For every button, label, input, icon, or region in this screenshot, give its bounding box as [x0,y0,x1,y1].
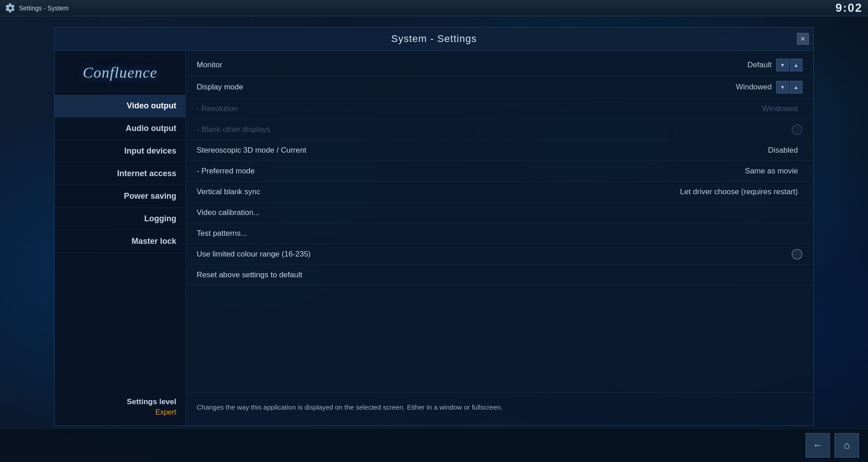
dialog-titlebar: System - Settings ✕ [55,28,813,51]
sidebar: Confluence Video output Audio output Inp… [55,51,186,425]
setting-row-colour-range[interactable]: Use limited colour range (16-235) [186,244,813,265]
confluence-logo: Confluence [64,64,176,81]
sidebar-item-audio-output[interactable]: Audio output [55,117,185,140]
sidebar-item-internet-access[interactable]: Internet access [55,163,185,185]
sidebar-item-power-saving-label: Power saving [124,191,176,201]
setting-label-stereoscopic: Stereoscopic 3D mode / Current [197,146,768,155]
settings-level-value: Expert [64,408,176,416]
settings-dialog: System - Settings ✕ Confluence Video out… [54,27,814,426]
back-icon: ← [813,439,823,451]
sidebar-item-audio-output-label: Audio output [126,124,176,133]
setting-row-test-patterns[interactable]: Test patterns... [186,223,813,244]
setting-row-vblank-sync[interactable]: Vertical blank sync Let driver choose (r… [186,182,813,202]
titlebar-left: Settings - System [5,3,69,13]
sidebar-settings-level: Settings level Expert [55,388,185,425]
sidebar-item-video-output[interactable]: Video output [55,95,185,117]
description-box: Changes the way this application is disp… [186,392,813,422]
dialog-title: System - Settings [391,33,476,45]
logo-text: Confluence [83,64,157,81]
sidebar-item-internet-access-label: Internet access [117,169,176,178]
monitor-dropdown-controls: ▼ ▲ [776,59,802,71]
gear-icon [5,3,15,13]
setting-label-vblank-sync: Vertical blank sync [197,187,680,196]
dialog-body: Confluence Video output Audio output Inp… [55,51,813,425]
sidebar-item-logging[interactable]: Logging [55,208,185,230]
sidebar-item-power-saving[interactable]: Power saving [55,185,185,208]
sidebar-item-master-lock-label: Master lock [132,237,176,246]
blank-displays-toggle [792,124,802,135]
colour-range-toggle[interactable] [792,249,802,260]
display-mode-down-button[interactable]: ▼ [776,81,789,93]
setting-row-blank-displays: - Blank other displays [186,119,813,140]
home-button[interactable]: ⌂ [835,433,859,457]
setting-value-display-mode: Windowed [736,83,772,92]
monitor-down-button[interactable]: ▼ [776,59,789,71]
setting-label-resolution: - Resolution [197,104,762,113]
sidebar-item-input-devices[interactable]: Input devices [55,140,185,163]
monitor-up-button[interactable]: ▲ [790,59,802,71]
setting-label-preferred-mode: - Preferred mode [197,167,745,176]
setting-label-test-patterns: Test patterns... [197,229,802,238]
content-area: Monitor Default ▼ ▲ Display mode Windowe… [186,51,813,425]
bottom-toolbar: ← ⌂ [0,428,868,462]
setting-row-reset[interactable]: Reset above settings to default [186,265,813,285]
display-mode-dropdown-controls: ▼ ▲ [776,81,802,93]
setting-label-display-mode: Display mode [197,83,736,92]
sidebar-nav: Video output Audio output Input devices … [55,95,185,388]
back-button[interactable]: ← [806,433,830,457]
sidebar-item-input-devices-label: Input devices [124,146,176,155]
sidebar-item-master-lock[interactable]: Master lock [55,230,185,253]
setting-value-vblank-sync: Let driver choose (requires restart) [680,187,798,196]
description-text: Changes the way this application is disp… [197,402,802,413]
setting-row-resolution: - Resolution Windowed [186,98,813,119]
setting-label-reset: Reset above settings to default [197,271,802,280]
setting-value-preferred-mode: Same as movie [745,167,798,176]
setting-row-preferred-mode[interactable]: - Preferred mode Same as movie [186,161,813,182]
setting-row-display-mode[interactable]: Display mode Windowed ▼ ▲ [186,76,813,98]
home-icon: ⌂ [844,439,849,451]
setting-value-resolution: Windowed [762,104,798,113]
sidebar-logo-area: Confluence [55,60,185,95]
setting-label-video-calibration: Video calibration... [197,208,802,217]
sidebar-item-logging-label: Logging [144,214,176,223]
setting-row-monitor[interactable]: Monitor Default ▼ ▲ [186,54,813,76]
setting-row-video-calibration[interactable]: Video calibration... [186,202,813,223]
setting-label-blank-displays: - Blank other displays [197,125,792,134]
settings-level-label: Settings level [64,397,176,406]
setting-value-monitor: Default [747,61,772,70]
titlebar: Settings - System 9:02 [0,0,868,16]
setting-value-stereoscopic: Disabled [768,146,798,155]
sidebar-item-video-output-label: Video output [127,101,176,110]
titlebar-clock: 9:02 [835,1,863,15]
display-mode-up-button[interactable]: ▲ [790,81,802,93]
setting-label-colour-range: Use limited colour range (16-235) [197,250,792,259]
titlebar-title: Settings - System [19,5,69,12]
dialog-close-button[interactable]: ✕ [797,33,809,45]
setting-row-stereoscopic[interactable]: Stereoscopic 3D mode / Current Disabled [186,140,813,161]
setting-label-monitor: Monitor [197,61,747,70]
